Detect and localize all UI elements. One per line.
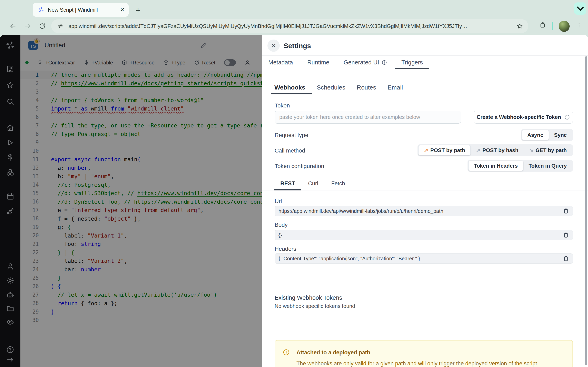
tab-triggers[interactable]: Triggers xyxy=(401,56,423,69)
tab-label: Runtime xyxy=(307,59,329,66)
token-input[interactable] xyxy=(275,111,461,124)
subtab-routes[interactable]: Routes xyxy=(357,81,376,94)
forward-arrow-icon[interactable] xyxy=(24,22,31,30)
create-webhook-token-button[interactable]: Create a Webhook-specific Token xyxy=(474,111,573,124)
copy-clipboard-icon[interactable] xyxy=(563,232,569,238)
body-field[interactable]: {} xyxy=(275,230,573,240)
option-async[interactable]: Async xyxy=(522,130,549,140)
settings-drawer: ✕ Settings MetadataRuntimeGenerated UITr… xyxy=(262,35,588,367)
url-value: https://app.windmill.dev/api/w/windmill-… xyxy=(278,208,563,214)
tab-label: Fetch xyxy=(331,180,345,187)
body-label: Body xyxy=(275,222,288,228)
subtab-schedules[interactable]: Schedules xyxy=(317,81,345,94)
warning-icon xyxy=(283,349,290,356)
url-label: Url xyxy=(275,198,282,205)
copy-clipboard-icon[interactable] xyxy=(563,208,569,214)
tab-title: New Script | Windmill xyxy=(48,7,120,13)
request-type-label: Request type xyxy=(275,132,308,138)
tab-label: Triggers xyxy=(401,59,423,66)
subtab-email[interactable]: Email xyxy=(388,81,403,94)
tab-generated-ui[interactable]: Generated UI xyxy=(344,56,387,69)
info-icon xyxy=(381,60,387,65)
bookmark-star-icon[interactable] xyxy=(517,23,523,29)
arrow-icon: ↗ xyxy=(424,147,428,154)
arrow-icon: ↗ xyxy=(476,147,480,154)
windmill-favicon-icon xyxy=(38,7,44,13)
tab-runtime[interactable]: Runtime xyxy=(307,56,329,69)
url-bar[interactable]: app.windmill.dev/scripts/add#JTdCJTIyaGF… xyxy=(51,19,528,33)
option-label: Token in Query xyxy=(528,163,567,169)
tab-label: Schedules xyxy=(317,84,345,91)
profile-divider xyxy=(553,22,553,30)
new-tab-button[interactable]: + xyxy=(133,5,143,15)
tab-label: Routes xyxy=(357,84,376,91)
token-configuration-label: Token configuration xyxy=(275,163,324,169)
settings-tabbar: MetadataRuntimeGenerated UITriggers xyxy=(262,56,588,69)
body-value: {} xyxy=(278,232,563,238)
drawer-scrollbar[interactable] xyxy=(585,56,587,365)
browser-toolbar: app.windmill.dev/scripts/add#JTdCJTIyaGF… xyxy=(0,18,588,34)
url-text[interactable]: app.windmill.dev/scripts/add#JTdCJTIyaGF… xyxy=(68,23,517,29)
option-sync[interactable]: Sync xyxy=(549,130,572,140)
tab-metadata[interactable]: Metadata xyxy=(268,56,293,69)
snippet-tabs: RESTCurlFetch xyxy=(262,177,588,191)
tab-label: Email xyxy=(388,84,403,91)
warning-title: Attached to a deployed path xyxy=(296,350,370,356)
headers-label: Headers xyxy=(275,246,296,252)
browser-tab[interactable]: New Script | Windmill ✕ xyxy=(33,3,129,17)
call-method-label: Call method xyxy=(275,147,305,154)
browser-chrome: New Script | Windmill ✕ + app.windmill.d… xyxy=(0,0,588,35)
tab-label: Metadata xyxy=(268,59,293,66)
existing-tokens-empty: No webhook specific tokens found xyxy=(275,303,355,309)
snippet-tab-fetch[interactable]: Fetch xyxy=(331,177,345,190)
drawer-title: Settings xyxy=(284,42,311,50)
tab-label: REST xyxy=(280,180,295,187)
tab-list-button[interactable] xyxy=(574,2,586,15)
browser-menu-icon[interactable] xyxy=(576,22,582,28)
triggers-subtabs: WebhooksSchedulesRoutesEmail xyxy=(262,81,588,94)
arrow-icon: ↘ xyxy=(529,147,534,154)
option-get-by-path[interactable]: ↘GET by path xyxy=(524,145,572,155)
warning-body: The webhooks are only valid for a given … xyxy=(296,360,539,367)
drawer-backdrop[interactable] xyxy=(0,35,262,367)
back-arrow-icon[interactable] xyxy=(9,22,17,30)
url-field[interactable]: https://app.windmill.dev/api/w/windmill-… xyxy=(275,206,573,216)
option-label: Async xyxy=(527,132,543,138)
reload-icon[interactable] xyxy=(39,22,46,30)
option-token-in-query[interactable]: Token in Query xyxy=(523,161,572,171)
tab-label: Webhooks xyxy=(274,84,305,91)
option-token-in-headers[interactable]: Token in Headers xyxy=(468,161,523,171)
call-method-control: ↗POST by path↗POST by hash↘GET by path xyxy=(417,144,573,156)
option-label: GET by path xyxy=(536,147,567,154)
extensions-icon[interactable] xyxy=(539,22,546,29)
close-button[interactable]: ✕ xyxy=(268,40,280,52)
token-label: Token xyxy=(275,102,290,109)
option-label: Token in Headers xyxy=(474,163,518,169)
option-label: POST by hash xyxy=(483,147,518,154)
headers-value: { "Content-Type": "application/json", "A… xyxy=(278,256,563,262)
copy-clipboard-icon[interactable] xyxy=(563,256,569,262)
headers-field[interactable]: { "Content-Type": "application/json", "A… xyxy=(275,253,573,264)
option-label: Sync xyxy=(554,132,567,138)
request-type-control: AsyncSync xyxy=(521,129,573,141)
tab-close-icon[interactable]: ✕ xyxy=(120,7,125,13)
token-configuration-control: Token in HeadersToken in Query xyxy=(467,160,573,172)
button-label: Create a Webhook-specific Token xyxy=(476,114,561,120)
site-info-icon[interactable] xyxy=(57,23,63,29)
existing-tokens-title: Existing Webhook Tokens xyxy=(275,294,342,301)
info-icon xyxy=(564,114,570,120)
subtab-webhooks[interactable]: Webhooks xyxy=(274,81,305,94)
option-post-by-hash[interactable]: ↗POST by hash xyxy=(471,145,524,155)
chevron-down-icon xyxy=(574,2,586,15)
page-content: TS 👶 Untitled +Context Var+Variable+Reso… xyxy=(0,35,588,367)
profile-avatar[interactable] xyxy=(559,21,570,32)
option-post-by-path[interactable]: ↗POST by path xyxy=(418,145,471,155)
snippet-tab-curl[interactable]: Curl xyxy=(308,177,318,190)
tab-label: Curl xyxy=(308,180,318,187)
snippet-tab-rest[interactable]: REST xyxy=(280,177,295,190)
option-label: POST by path xyxy=(430,147,465,154)
deployed-path-warning: Attached to a deployed path The webhooks… xyxy=(275,340,573,367)
tab-label: Generated UI xyxy=(344,59,379,66)
